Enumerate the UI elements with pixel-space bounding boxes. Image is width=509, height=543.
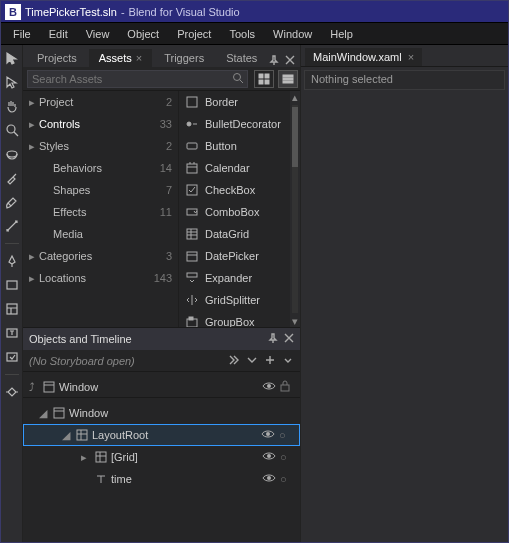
expand-icon[interactable]: ◢	[39, 407, 51, 420]
menu-edit[interactable]: Edit	[41, 25, 76, 43]
lock-toggle[interactable]: ○	[280, 473, 294, 485]
menu-help[interactable]: Help	[322, 25, 361, 43]
storyboard-menu-icon[interactable]	[282, 354, 294, 368]
tab-assets[interactable]: Assets×	[89, 49, 152, 67]
text-tool-icon[interactable]	[3, 324, 21, 342]
tab-states[interactable]: States	[216, 49, 267, 67]
svg-rect-19	[187, 209, 197, 215]
category-behaviors[interactable]: Behaviors14	[23, 157, 178, 179]
control-datepicker[interactable]: DatePicker	[179, 245, 290, 267]
expand-icon[interactable]: ▸	[81, 451, 93, 464]
eye-icon[interactable]	[262, 473, 280, 485]
eyedropper-tool-icon[interactable]	[3, 169, 21, 187]
search-assets-input[interactable]	[27, 70, 248, 88]
controls-scrollbar[interactable]: ▴ ▾	[290, 91, 300, 327]
tab-projects[interactable]: Projects	[27, 49, 87, 67]
pin-icon[interactable]	[268, 333, 278, 345]
eye-icon[interactable]	[261, 429, 279, 441]
svg-rect-10	[265, 80, 269, 84]
svg-rect-25	[44, 382, 54, 392]
control-datagrid[interactable]: DataGrid	[179, 223, 290, 245]
expander-icon	[185, 271, 199, 285]
control-tool-icon[interactable]	[3, 348, 21, 366]
calendar-icon	[185, 161, 199, 175]
scroll-up-icon[interactable]: ▴	[290, 91, 300, 103]
objects-panel-header: Objects and Timeline	[23, 328, 300, 350]
pen-tool-icon[interactable]	[3, 252, 21, 270]
layout-tool-icon[interactable]	[3, 300, 21, 318]
control-combobox[interactable]: ComboBox	[179, 201, 290, 223]
camera-tool-icon[interactable]	[3, 145, 21, 163]
pin-icon[interactable]	[269, 55, 279, 67]
category-locations[interactable]: ▸Locations143	[23, 267, 178, 289]
panel-close-icon[interactable]	[284, 333, 294, 345]
control-calendar[interactable]: Calendar	[179, 157, 290, 179]
rectangle-tool-icon[interactable]	[3, 276, 21, 294]
control-border[interactable]: Border	[179, 91, 290, 113]
menu-window[interactable]: Window	[265, 25, 320, 43]
category-controls[interactable]: ▸Controls33	[23, 113, 178, 135]
scroll-down-icon[interactable]: ▾	[290, 315, 300, 327]
category-styles[interactable]: ▸Styles2	[23, 135, 178, 157]
selection-tool-icon[interactable]	[3, 49, 21, 67]
tree-time[interactable]: time ○	[23, 468, 300, 490]
lock-toggle[interactable]: ○	[279, 429, 293, 441]
svg-point-32	[267, 454, 271, 458]
svg-rect-27	[281, 385, 289, 391]
category-media[interactable]: Media	[23, 223, 178, 245]
eye-icon[interactable]	[262, 381, 280, 393]
close-icon[interactable]: ×	[136, 52, 142, 64]
category-project[interactable]: ▸Project2	[23, 91, 178, 113]
grid-icon	[74, 429, 90, 441]
expand-icon[interactable]: ◢	[62, 429, 74, 442]
tab-triggers[interactable]: Triggers	[154, 49, 214, 67]
category-shapes[interactable]: Shapes7	[23, 179, 178, 201]
tree-window[interactable]: ◢ Window	[23, 402, 300, 424]
assets-tool-icon[interactable]	[3, 383, 21, 401]
zoom-tool-icon[interactable]	[3, 121, 21, 139]
control-button[interactable]: Button	[179, 135, 290, 157]
doc-tab-mainwindow[interactable]: MainWindow.xaml ×	[305, 48, 422, 66]
design-surface[interactable]	[301, 93, 508, 542]
scope-up-icon[interactable]: ⤴	[29, 381, 41, 393]
svg-rect-29	[77, 430, 87, 440]
control-expander[interactable]: Expander	[179, 267, 290, 289]
list-view-button[interactable]	[278, 70, 298, 88]
search-icon	[232, 72, 244, 86]
close-icon[interactable]: ×	[408, 51, 414, 63]
scroll-thumb[interactable]	[292, 107, 298, 167]
paint-tool-icon[interactable]	[3, 193, 21, 211]
category-categories[interactable]: ▸Categories3	[23, 245, 178, 267]
storyboard-open-icon[interactable]	[246, 354, 258, 368]
svg-point-1	[7, 151, 17, 157]
eye-icon[interactable]	[262, 451, 280, 463]
scope-row[interactable]: ⤴ Window	[23, 376, 300, 398]
grid-view-button[interactable]	[254, 70, 274, 88]
menu-view[interactable]: View	[78, 25, 118, 43]
gradient-tool-icon[interactable]	[3, 217, 21, 235]
direct-select-tool-icon[interactable]	[3, 73, 21, 91]
menu-project[interactable]: Project	[169, 25, 219, 43]
grid-icon	[93, 451, 109, 463]
lock-toggle[interactable]: ○	[280, 451, 294, 463]
control-groupbox[interactable]: GroupBox	[179, 311, 290, 327]
tree-layoutroot[interactable]: ◢ LayoutRoot ○	[23, 424, 300, 446]
pan-tool-icon[interactable]	[3, 97, 21, 115]
svg-rect-21	[187, 252, 197, 261]
svg-rect-12	[283, 78, 293, 80]
control-gridsplitter[interactable]: GridSplitter	[179, 289, 290, 311]
tree-grid[interactable]: ▸ [Grid] ○	[23, 446, 300, 468]
category-effects[interactable]: Effects11	[23, 201, 178, 223]
menu-object[interactable]: Object	[119, 25, 167, 43]
control-checkbox[interactable]: CheckBox	[179, 179, 290, 201]
svg-rect-2	[7, 281, 17, 289]
storyboard-close-icon[interactable]	[228, 354, 240, 368]
menu-file[interactable]: File	[5, 25, 39, 43]
panel-close-icon[interactable]	[285, 55, 295, 67]
lock-icon[interactable]	[280, 380, 294, 394]
control-bulletdecorator[interactable]: BulletDecorator	[179, 113, 290, 135]
svg-rect-9	[259, 80, 263, 84]
menu-tools[interactable]: Tools	[221, 25, 263, 43]
storyboard-new-icon[interactable]	[264, 354, 276, 368]
textblock-icon	[93, 473, 109, 485]
